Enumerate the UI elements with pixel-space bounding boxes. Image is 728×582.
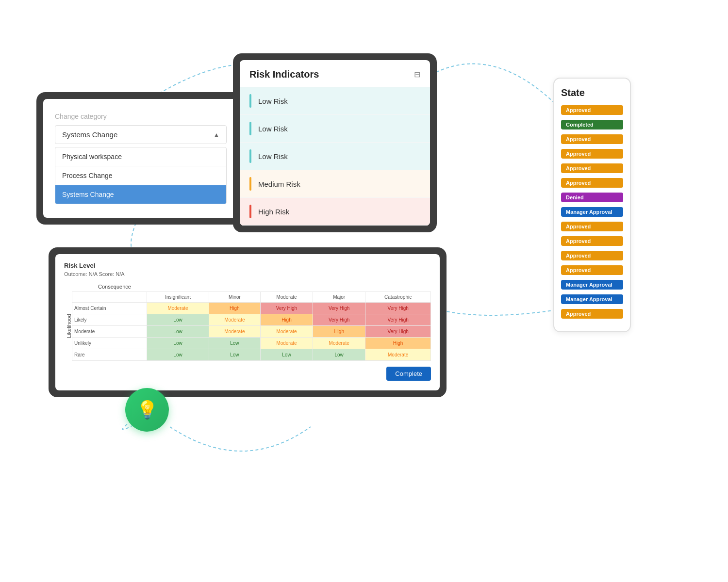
cell-0-4: Very High: [365, 303, 431, 314]
row-label-1: Likely: [72, 314, 147, 326]
cell-4-4: Moderate: [365, 349, 431, 361]
state-badges-list: Approved Completed Approved Approved App…: [561, 105, 623, 323]
cell-4-3: Low: [313, 349, 365, 361]
table-row-0: Almost CertainModerateHighVery HighVery …: [72, 303, 431, 314]
risk-level-outcome: Outcome: N/A Score: N/A: [64, 271, 431, 277]
cell-2-2: Moderate: [260, 326, 313, 338]
risk-level-screen: Risk Level Outcome: N/A Score: N/A Conse…: [55, 254, 440, 390]
filter-icon[interactable]: ⊟: [414, 70, 420, 79]
badge-13[interactable]: Manager Approval: [561, 294, 623, 304]
table-row-1: LikelyLowModerateHighVery HighVery High: [72, 314, 431, 326]
col-header-0: Insignificant: [147, 292, 209, 303]
cell-4-2: Low: [260, 349, 313, 361]
likelihood-wrapper: Likelihood Insignificant Minor Moderate …: [64, 291, 431, 361]
risk-indicators-title: Risk Indicators: [249, 69, 319, 80]
state-title: State: [561, 87, 623, 98]
category-dropdown-list: Physical workspace Process Change System…: [55, 147, 227, 204]
risk-level-monitor: Risk Level Outcome: N/A Score: N/A Conse…: [49, 247, 447, 397]
risk-level-3: Medium Risk: [258, 180, 300, 188]
cell-1-3: Very High: [313, 314, 365, 326]
badge-3[interactable]: Approved: [561, 149, 623, 159]
badge-6[interactable]: Denied: [561, 193, 623, 202]
badge-12[interactable]: Manager Approval: [561, 280, 623, 290]
likelihood-label: Likelihood: [64, 291, 72, 361]
risk-indicators-screen: Risk Indicators ⊟ Low Risk Low Risk Low …: [240, 60, 430, 226]
risk-item-0: Low Risk: [240, 87, 430, 115]
category-monitor: Change category Systems Change ▲ Physica…: [36, 92, 245, 225]
risk-bar-2: [249, 149, 251, 163]
table-row-2: ModerateLowModerateModerateHighVery High: [72, 326, 431, 338]
risk-bar-3: [249, 177, 251, 191]
risk-table: Insignificant Minor Moderate Major Catas…: [72, 291, 431, 361]
cell-2-1: Moderate: [209, 326, 260, 338]
lightbulb-icon: 💡: [136, 400, 158, 420]
badge-2[interactable]: Approved: [561, 134, 623, 144]
scene: Change category Systems Change ▲ Physica…: [0, 0, 728, 582]
cell-0-1: High: [209, 303, 260, 314]
col-header-1: Minor: [209, 292, 260, 303]
category-screen: Change category Systems Change ▲ Physica…: [43, 99, 238, 218]
badge-8[interactable]: Approved: [561, 222, 623, 231]
row-label-3: Unlikely: [72, 338, 147, 349]
risk-item-1: Low Risk: [240, 115, 430, 143]
table-row-4: RareLowLowLowLowModerate: [72, 349, 431, 361]
risk-item-2: Low Risk: [240, 143, 430, 170]
cell-3-2: Moderate: [260, 338, 313, 349]
dropdown-item-1[interactable]: Process Change: [55, 166, 226, 185]
risk-bar-1: [249, 122, 251, 135]
risk-indicators-monitor: Risk Indicators ⊟ Low Risk Low Risk Low …: [233, 53, 437, 232]
cell-2-4: Very High: [365, 326, 431, 338]
badge-0[interactable]: Approved: [561, 105, 623, 115]
dropdown-item-2[interactable]: Systems Change: [55, 185, 226, 204]
cell-1-2: High: [260, 314, 313, 326]
cell-2-3: High: [313, 326, 365, 338]
consequence-label: Consequence: [98, 284, 431, 290]
lightbulb-circle: 💡: [125, 388, 169, 432]
dropdown-item-0[interactable]: Physical workspace: [55, 147, 226, 166]
cell-1-0: Low: [147, 314, 209, 326]
cell-4-1: Low: [209, 349, 260, 361]
cell-1-4: Very High: [365, 314, 431, 326]
badge-11[interactable]: Approved: [561, 265, 623, 275]
risk-bar-0: [249, 94, 251, 108]
cell-0-0: Moderate: [147, 303, 209, 314]
risk-bar-4: [249, 205, 251, 218]
table-row-3: UnlikelyLowLowModerateModerateHigh: [72, 338, 431, 349]
cell-0-3: Very High: [313, 303, 365, 314]
risk-level-title: Risk Level: [64, 262, 431, 269]
badge-1[interactable]: Completed: [561, 120, 623, 129]
col-header-2: Moderate: [260, 292, 313, 303]
col-header-3: Major: [313, 292, 365, 303]
category-dropdown[interactable]: Systems Change ▲: [55, 125, 227, 144]
badge-10[interactable]: Approved: [561, 251, 623, 260]
cell-1-1: Moderate: [209, 314, 260, 326]
risk-item-3: Medium Risk: [240, 170, 430, 198]
risk-level-1: Low Risk: [258, 125, 288, 133]
row-label-0: Almost Certain: [72, 303, 147, 314]
risk-table-container: Insignificant Minor Moderate Major Catas…: [72, 291, 431, 361]
cell-0-2: Very High: [260, 303, 313, 314]
badge-5[interactable]: Approved: [561, 178, 623, 188]
row-header-empty: [72, 292, 147, 303]
badge-7[interactable]: Manager Approval: [561, 207, 623, 217]
state-panel: State Approved Completed Approved Approv…: [553, 78, 631, 332]
badge-14[interactable]: Approved: [561, 309, 623, 319]
risk-header: Risk Indicators ⊟: [240, 60, 430, 87]
cell-3-3: Moderate: [313, 338, 365, 349]
row-label-2: Moderate: [72, 326, 147, 338]
risk-level-0: Low Risk: [258, 97, 288, 105]
badge-9[interactable]: Approved: [561, 236, 623, 246]
cell-3-1: Low: [209, 338, 260, 349]
dropdown-arrow-icon: ▲: [214, 131, 219, 138]
category-selected-value: Systems Change: [62, 130, 117, 139]
col-header-4: Catastrophic: [365, 292, 431, 303]
badge-4[interactable]: Approved: [561, 163, 623, 173]
risk-level-4: High Risk: [258, 208, 289, 216]
complete-button[interactable]: Complete: [386, 367, 431, 381]
category-label: Change category: [55, 113, 227, 120]
cell-4-0: Low: [147, 349, 209, 361]
cell-3-0: Low: [147, 338, 209, 349]
row-label-4: Rare: [72, 349, 147, 361]
cell-2-0: Low: [147, 326, 209, 338]
risk-item-4: High Risk: [240, 198, 430, 226]
